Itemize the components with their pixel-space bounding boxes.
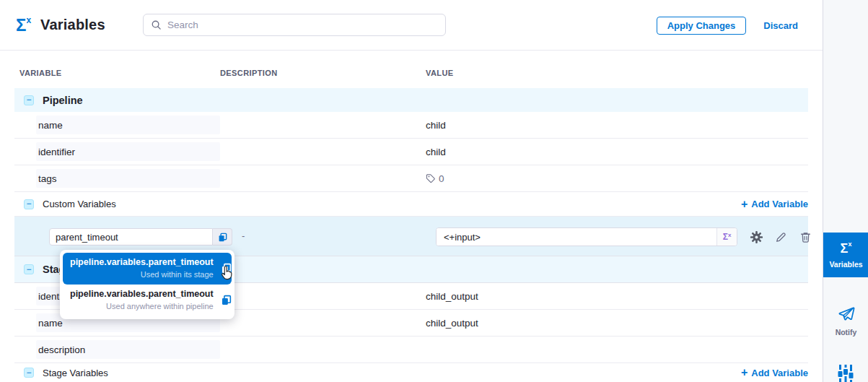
discard-link[interactable]: Discard <box>763 20 798 31</box>
copy-icon <box>220 262 232 274</box>
apply-changes-button[interactable]: Apply Changes <box>657 17 747 35</box>
row-label: name <box>36 116 220 134</box>
tags-value: 0 <box>426 173 444 184</box>
table-row-name: name child <box>14 112 808 139</box>
row-label: identifier <box>36 142 220 161</box>
right-toolbar: Σx Variables Notify <box>823 0 868 382</box>
subsection-label: Custom Variables <box>43 199 116 209</box>
add-variable-button[interactable]: + Add Variable <box>741 199 808 210</box>
column-header-value: VALUE <box>422 69 808 77</box>
subsection-label: Stage Variables <box>43 368 108 378</box>
expression-scope: Used anywhere within pipeline <box>70 302 214 311</box>
row-value: child <box>422 147 808 157</box>
toolbar-item-notify[interactable]: Notify <box>823 305 868 337</box>
table-row-stage-description: description <box>14 337 808 363</box>
value-input[interactable] <box>437 228 716 246</box>
dropdown-item-pipeline-scope[interactable]: pipeline.variables.parent_timeout Used a… <box>63 285 232 316</box>
toolbar-item-variables[interactable]: Σx Variables <box>823 233 868 277</box>
search-input[interactable] <box>167 19 438 30</box>
row-value: child_output <box>422 291 808 302</box>
collapse-icon[interactable]: − <box>24 199 34 209</box>
pencil-icon <box>775 231 787 243</box>
row-label: description <box>36 340 220 359</box>
description-dash: - <box>242 230 245 241</box>
plus-icon: + <box>741 367 748 378</box>
sigma-icon: Σx <box>841 242 852 255</box>
row-actions <box>749 230 812 244</box>
sigma-logo-icon: Σx <box>16 17 31 34</box>
dropdown-item-stage-scope[interactable]: pipeline.variables.parent_timeout Used w… <box>63 253 232 285</box>
column-header-variable: VARIABLE <box>14 69 220 77</box>
search-box[interactable] <box>143 14 446 36</box>
subsection-row-stage-variables: − Stage Variables + Add Variable <box>14 363 808 382</box>
expression-path: pipeline.variables.parent_timeout <box>70 257 214 267</box>
panel-header: Σx Variables Apply Changes Discard <box>0 0 823 51</box>
variables-panel: Σx Variables Apply Changes Discard VARIA… <box>0 0 823 382</box>
variable-name-input[interactable] <box>49 228 213 246</box>
gear-icon <box>750 230 763 244</box>
expression-scope: Used within its stage <box>70 270 214 279</box>
edit-button[interactable] <box>773 230 788 244</box>
section-label: Pipeline <box>43 95 83 106</box>
copy-icon <box>217 232 228 243</box>
variables-table: VARIABLE DESCRIPTION VALUE − Pipeline na… <box>14 51 808 382</box>
expression-type-button[interactable]: Σx <box>716 228 737 246</box>
collapse-icon[interactable]: − <box>24 368 34 378</box>
expression-copy-dropdown: pipeline.variables.parent_timeout Used w… <box>60 250 234 319</box>
settings-button[interactable] <box>749 230 763 244</box>
collapse-icon[interactable]: − <box>24 264 34 274</box>
table-row-tags: tags 0 <box>14 165 808 192</box>
toolbar-item-label: Notify <box>836 328 857 337</box>
trash-icon <box>799 231 812 243</box>
flow-control-icon[interactable] <box>836 365 855 382</box>
page-title: Variables <box>40 17 105 33</box>
collapse-icon[interactable]: − <box>24 95 34 105</box>
section-row-pipeline: − Pipeline <box>14 88 808 112</box>
copy-expression-button[interactable] <box>213 228 232 246</box>
row-label: tags <box>36 169 220 188</box>
header-actions: Apply Changes Discard <box>657 0 798 51</box>
table-row-identifier: identifier child <box>14 139 808 165</box>
row-value: child <box>422 120 808 131</box>
subsection-row-custom-variables: − Custom Variables + Add Variable <box>14 192 808 217</box>
column-header-description: DESCRIPTION <box>220 69 422 77</box>
search-icon <box>151 19 162 30</box>
toolbar-item-label: Variables <box>829 260 862 269</box>
tag-icon <box>426 173 436 183</box>
value-input-group: Σx <box>436 227 737 246</box>
expression-path: pipeline.variables.parent_timeout <box>70 289 214 299</box>
row-value: child_output <box>422 318 808 329</box>
add-variable-button[interactable]: + Add Variable <box>741 367 808 378</box>
paper-plane-icon <box>837 305 856 324</box>
plus-icon: + <box>741 199 748 210</box>
table-header-row: VARIABLE DESCRIPTION VALUE <box>14 51 808 88</box>
delete-button[interactable] <box>798 230 812 244</box>
copy-icon <box>220 294 232 306</box>
